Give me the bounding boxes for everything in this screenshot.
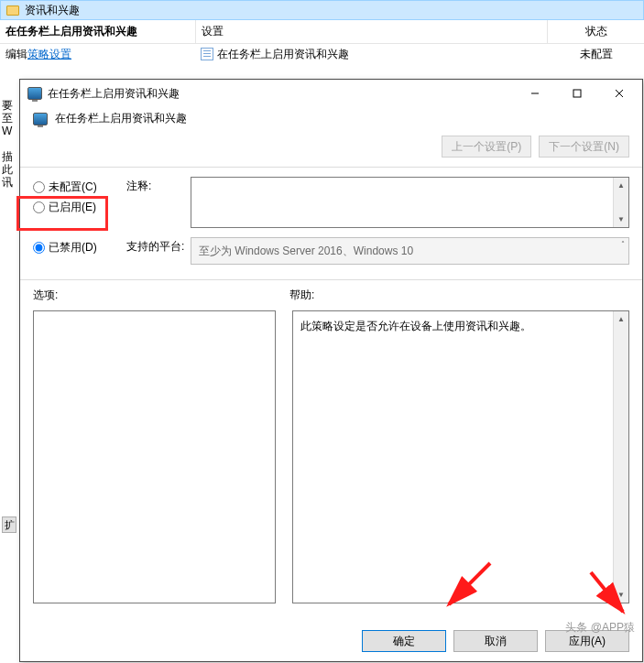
policy-dialog: 在任务栏上启用资讯和兴趣 在任务栏上启用资讯和兴趣 上一个设置(P) 下一个设置…: [19, 79, 643, 662]
minimize-button[interactable]: [514, 80, 556, 107]
cancel-button[interactable]: 取消: [453, 630, 538, 652]
divider: [20, 279, 642, 280]
dialog-title: 在任务栏上启用资讯和兴趣: [48, 86, 514, 102]
options-pane[interactable]: [33, 310, 276, 603]
gp-path-bar: 资讯和兴趣: [0, 0, 644, 20]
divider: [20, 167, 642, 168]
radio-not-configured[interactable]: [33, 181, 45, 193]
gp-edit-prefix: 编辑: [5, 48, 27, 60]
maximize-button[interactable]: [556, 80, 598, 107]
ok-button[interactable]: 确定: [362, 630, 446, 652]
scrollbar[interactable]: ▲▼: [613, 311, 628, 603]
label-enabled[interactable]: 已启用(E): [49, 200, 96, 215]
policy-doc-icon: [201, 48, 213, 60]
platform-value: 至少为 Windows Server 2016、Windows 10: [199, 245, 413, 257]
help-pane: 此策略设定是否允许在设备上使用资讯和兴趣。 ▲▼: [292, 310, 629, 603]
help-text: 此策略设定是否允许在设备上使用资讯和兴趣。: [300, 320, 531, 332]
comment-textarea[interactable]: ▲▼: [191, 177, 629, 228]
prev-setting-button[interactable]: 上一个设置(P): [442, 136, 531, 158]
gp-expand-button[interactable]: 扩: [2, 516, 16, 533]
scroll-down-icon[interactable]: ▼: [614, 212, 628, 227]
gp-row-state: 未配置: [548, 47, 644, 62]
radio-enabled[interactable]: [33, 201, 45, 213]
gp-folder-title: 资讯和兴趣: [25, 3, 80, 18]
radio-disabled[interactable]: [33, 242, 45, 254]
scroll-up-icon[interactable]: ▲: [614, 178, 628, 193]
label-help: 帮助:: [289, 288, 629, 303]
watermark: 头条 @APP猿: [565, 620, 635, 636]
gp-edit-row: 编辑策略设置 在任务栏上启用资讯和兴趣 未配置: [0, 44, 644, 64]
next-setting-button[interactable]: 下一个设置(N): [539, 136, 629, 158]
label-platform: 支持的平台:: [126, 237, 191, 255]
gp-side-truncated: 要 至 W 描 此 讯: [2, 99, 13, 189]
svg-rect-1: [573, 90, 581, 97]
gp-col-setting[interactable]: 设置: [195, 20, 548, 43]
gp-policy-heading: 在任务栏上启用资讯和兴趣: [0, 20, 195, 43]
close-button[interactable]: [598, 80, 640, 107]
label-comment: 注释:: [126, 177, 191, 194]
gp-columns: 在任务栏上启用资讯和兴趣 设置 状态: [0, 20, 644, 44]
dialog-titlebar[interactable]: 在任务栏上启用资讯和兴趣: [20, 80, 642, 107]
app-icon: [27, 87, 42, 100]
label-not-configured[interactable]: 未配置(C): [49, 179, 97, 195]
app-icon: [33, 113, 48, 125]
scroll-up-icon[interactable]: ˄: [621, 240, 625, 248]
folder-icon: [6, 5, 19, 16]
scroll-up-icon[interactable]: ▲: [614, 311, 628, 327]
platform-field: 至少为 Windows Server 2016、Windows 10 ˄: [191, 237, 629, 265]
label-options: 选项:: [33, 288, 289, 303]
dialog-subtitle-row: 在任务栏上启用资讯和兴趣: [33, 107, 629, 136]
scrollbar[interactable]: ▲▼: [613, 178, 628, 227]
gp-edit-link[interactable]: 策略设置: [27, 48, 71, 60]
gp-row-setting[interactable]: 在任务栏上启用资讯和兴趣: [217, 47, 349, 62]
gp-col-state[interactable]: 状态: [548, 20, 644, 43]
dialog-subtitle: 在任务栏上启用资讯和兴趣: [55, 111, 187, 126]
scroll-down-icon[interactable]: ▼: [614, 587, 628, 603]
label-disabled[interactable]: 已禁用(D): [49, 240, 97, 255]
